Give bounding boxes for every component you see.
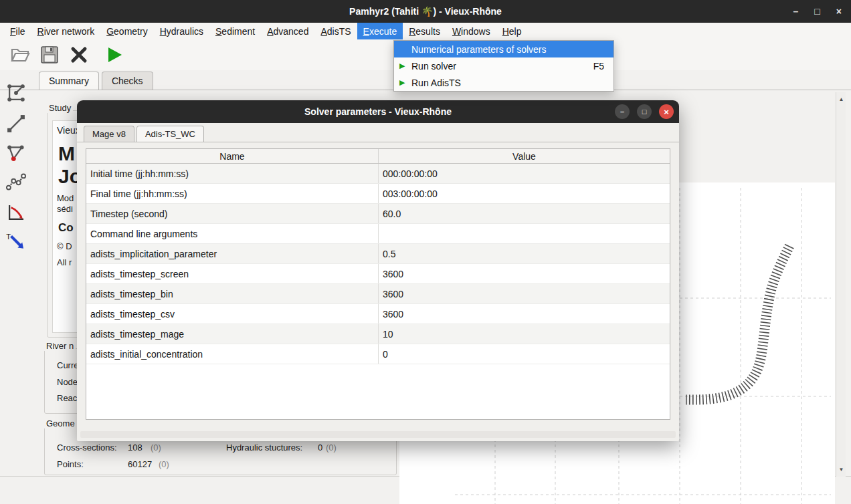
param-name-cell: adists_implicitation_parameter <box>86 244 379 263</box>
river-network-line: Reac <box>57 393 77 403</box>
study-rights-partial: All r <box>57 257 72 267</box>
points-label: Points: <box>57 459 84 469</box>
tab-checks[interactable]: Checks <box>102 72 153 90</box>
column-header-value[interactable]: Value <box>379 149 670 163</box>
close-icon[interactable]: × <box>836 0 842 23</box>
param-value-cell[interactable]: 3600 <box>379 284 670 303</box>
river-network-line: Curre <box>57 360 79 370</box>
table-row[interactable]: adists_timestep_screen 3600 <box>86 264 670 284</box>
table-row[interactable]: adists_timestep_bin 3600 <box>86 284 670 304</box>
dialog-maximize-icon[interactable]: □ <box>637 104 652 119</box>
menu-item-label: Numerical parameters of solvers <box>411 44 547 55</box>
shortcut-label: F5 <box>593 61 604 72</box>
tab-adis-ts-wc[interactable]: Adis-TS_WC <box>136 126 204 142</box>
descending-blue-arrow-icon[interactable]: T <box>5 231 27 253</box>
open-folder-icon[interactable] <box>9 44 31 66</box>
t-glyph: T <box>6 233 11 241</box>
menu-file[interactable]: File <box>4 23 31 39</box>
dotted-graph-icon[interactable] <box>5 171 27 193</box>
cross-sections-label: Cross-sections: <box>57 443 117 453</box>
table-row[interactable]: Initial time (jj:hh:mm:ss) 000:00:00:00 <box>86 164 670 184</box>
scroll-down-icon[interactable]: ▼ <box>836 467 846 473</box>
table-row[interactable]: adists_timestep_csv 3600 <box>86 304 670 324</box>
diagonal-reach-icon[interactable] <box>5 113 27 134</box>
table-row[interactable]: Final time (jj:hh:mm:ss) 003:00:00:00 <box>86 184 670 204</box>
dialog-resize-strip[interactable] <box>80 431 676 438</box>
nodes-graph-icon[interactable] <box>5 82 27 104</box>
param-value-cell[interactable]: 003:00:00:00 <box>379 184 670 203</box>
run-solver-icon[interactable] <box>103 44 124 66</box>
param-name-cell: adists_timestep_csv <box>86 304 379 324</box>
river-cross-sections-path <box>684 246 789 400</box>
table-row[interactable]: Command line arguments <box>86 224 670 244</box>
parameters-table: Name Value Initial time (jj:hh:mm:ss) 00… <box>86 148 670 420</box>
menu-help[interactable]: Help <box>496 23 528 39</box>
application-window: Pamhyr2 (Tahiti 🌴) - Vieux-Rhône – □ × F… <box>0 0 851 504</box>
dialog-title: Solver parameters - Vieux-Rhône <box>304 106 452 117</box>
table-row[interactable]: adists_timestep_mage 10 <box>86 324 670 344</box>
menu-windows[interactable]: Windows <box>446 23 496 39</box>
river-network-group-label: River n <box>44 341 76 351</box>
dialog-window-controls: – □ × <box>615 104 674 119</box>
menu-item-numerical-parameters[interactable]: Numerical parameters of solvers <box>394 41 613 57</box>
param-name-cell: Initial time (jj:hh:mm:ss) <box>86 164 379 183</box>
descending-red-curve-icon[interactable] <box>5 202 27 223</box>
param-name-cell: adists_timestep_bin <box>86 284 379 303</box>
menu-adists[interactable]: AdisTS <box>314 23 357 39</box>
table-row[interactable]: adists_implicitation_parameter 0.5 <box>86 244 670 264</box>
param-name-cell: adists_timestep_mage <box>86 324 379 344</box>
menu-item-label: Run solver <box>411 61 456 72</box>
param-value-cell[interactable] <box>379 224 670 243</box>
structures-label: Hydraulic stuctures: <box>226 443 302 453</box>
cross-sections-suffix: (0) <box>151 443 161 453</box>
table-header-row: Name Value <box>86 149 670 164</box>
param-value-cell[interactable]: 0.5 <box>379 244 670 263</box>
tab-summary[interactable]: Summary <box>39 72 99 90</box>
vertical-scrollbar[interactable]: ▲ ▼ <box>836 92 846 477</box>
study-subtitle-partial: Co <box>58 221 74 235</box>
window-titlebar[interactable]: Pamhyr2 (Tahiti 🌴) - Vieux-Rhône – □ × <box>0 0 851 23</box>
tab-mage-v8[interactable]: Mage v8 <box>84 126 134 142</box>
window-controls: – □ × <box>793 0 842 23</box>
menu-results[interactable]: Results <box>403 23 446 39</box>
menu-river-network[interactable]: River network <box>31 23 101 39</box>
param-value-cell[interactable]: 10 <box>379 324 670 344</box>
study-group-label: Study <box>47 103 73 113</box>
menu-item-run-solver[interactable]: ▶ Run solver F5 <box>394 57 613 74</box>
study-desc-partial: Mod <box>57 193 74 203</box>
dialog-minimize-icon[interactable]: – <box>615 104 630 119</box>
menu-item-run-adists[interactable]: ▶ Run AdisTS <box>394 74 613 91</box>
menu-sediment[interactable]: Sediment <box>209 23 261 39</box>
param-value-cell[interactable]: 0 <box>379 344 670 364</box>
table-row[interactable]: adists_initial_concentration 0 <box>86 344 670 364</box>
cross-sections-value: 108 <box>128 443 143 453</box>
table-row[interactable]: Timestep (second) 60.0 <box>86 204 670 224</box>
param-value-cell[interactable]: 3600 <box>379 264 670 283</box>
scroll-up-icon[interactable]: ▲ <box>836 96 846 102</box>
menu-geometry[interactable]: Geometry <box>100 23 153 39</box>
sidebar-toolbox: T <box>0 77 33 477</box>
maximize-icon[interactable]: □ <box>814 0 820 23</box>
minimize-icon[interactable]: – <box>793 0 799 23</box>
points-value: 60127 <box>128 459 152 469</box>
geometry-group-label: Geome <box>44 418 77 428</box>
save-icon[interactable] <box>39 44 60 66</box>
dialog-titlebar[interactable]: Solver parameters - Vieux-Rhône – □ × <box>77 100 679 123</box>
delete-icon[interactable] <box>68 44 90 66</box>
play-icon: ▶ <box>399 61 405 70</box>
param-value-cell[interactable]: 60.0 <box>379 204 670 223</box>
param-name-cell: adists_initial_concentration <box>86 344 379 364</box>
menu-advanced[interactable]: Advanced <box>261 23 314 39</box>
window-title: Pamhyr2 (Tahiti 🌴) - Vieux-Rhône <box>349 6 502 17</box>
dialog-close-icon[interactable]: × <box>659 104 674 119</box>
column-header-name[interactable]: Name <box>86 149 379 163</box>
param-value-cell[interactable]: 3600 <box>379 304 670 324</box>
menu-hydraulics[interactable]: Hydraulics <box>154 23 209 39</box>
param-value-cell[interactable]: 000:00:00:00 <box>379 164 670 183</box>
dialog-tabbar: Mage v8 Adis-TS_WC <box>77 126 679 142</box>
structures-suffix: (0) <box>326 443 337 453</box>
menu-item-label: Run AdisTS <box>411 78 461 88</box>
red-node-graph-icon[interactable] <box>5 142 27 164</box>
menu-execute[interactable]: Execute <box>357 23 403 39</box>
study-title-partial: M <box>58 142 75 165</box>
